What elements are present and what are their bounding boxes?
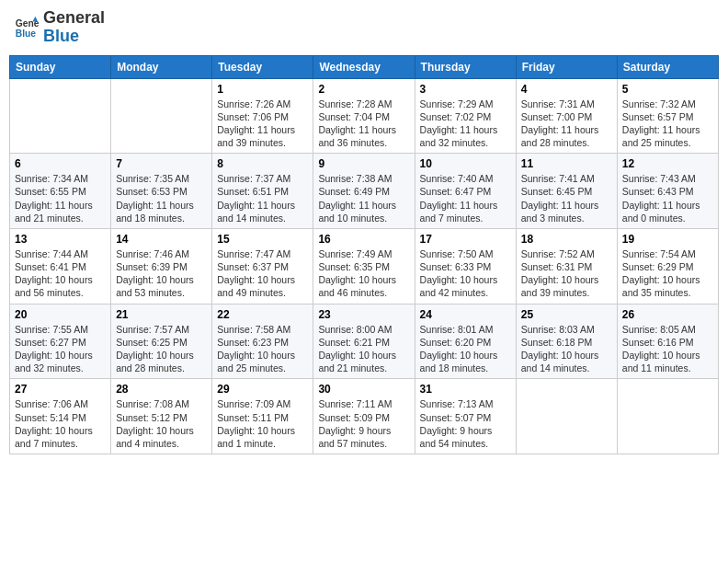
calendar-cell: 5Sunrise: 7:32 AMSunset: 6:57 PMDaylight… — [617, 78, 718, 154]
day-number: 2 — [318, 83, 409, 96]
day-number: 22 — [217, 308, 308, 321]
day-number: 31 — [420, 383, 511, 396]
day-number: 5 — [622, 83, 713, 96]
day-info: Sunrise: 7:34 AMSunset: 6:55 PMDaylight:… — [15, 172, 106, 224]
calendar-cell: 2Sunrise: 7:28 AMSunset: 7:04 PMDaylight… — [313, 78, 415, 154]
calendar-cell — [617, 379, 718, 454]
calendar-cell — [516, 379, 617, 454]
calendar-cell: 28Sunrise: 7:08 AMSunset: 5:12 PMDayligh… — [111, 379, 212, 454]
day-number: 26 — [622, 308, 713, 321]
calendar-cell: 7Sunrise: 7:35 AMSunset: 6:53 PMDaylight… — [111, 154, 212, 229]
day-number: 12 — [622, 157, 713, 170]
calendar-cell: 19Sunrise: 7:54 AMSunset: 6:29 PMDayligh… — [617, 228, 718, 304]
calendar-cell: 4Sunrise: 7:31 AMSunset: 7:00 PMDaylight… — [516, 78, 617, 154]
calendar-cell: 18Sunrise: 7:52 AMSunset: 6:31 PMDayligh… — [516, 228, 617, 304]
day-info: Sunrise: 7:11 AMSunset: 5:09 PMDaylight:… — [318, 397, 409, 450]
calendar-week-2: 6Sunrise: 7:34 AMSunset: 6:55 PMDaylight… — [10, 154, 719, 229]
calendar-cell: 16Sunrise: 7:49 AMSunset: 6:35 PMDayligh… — [313, 228, 415, 304]
day-info: Sunrise: 7:50 AMSunset: 6:33 PMDaylight:… — [420, 247, 511, 300]
day-info: Sunrise: 7:37 AMSunset: 6:51 PMDaylight:… — [217, 172, 308, 224]
day-info: Sunrise: 7:57 AMSunset: 6:25 PMDaylight:… — [116, 323, 207, 375]
day-header-thursday: Thursday — [415, 55, 516, 78]
day-number: 25 — [521, 308, 612, 321]
calendar-week-1: 1Sunrise: 7:26 AMSunset: 7:06 PMDaylight… — [10, 78, 719, 154]
calendar-cell: 17Sunrise: 7:50 AMSunset: 6:33 PMDayligh… — [415, 228, 516, 304]
calendar-cell: 30Sunrise: 7:11 AMSunset: 5:09 PMDayligh… — [313, 379, 415, 454]
calendar-week-4: 20Sunrise: 7:55 AMSunset: 6:27 PMDayligh… — [10, 304, 719, 379]
calendar-cell: 27Sunrise: 7:06 AMSunset: 5:14 PMDayligh… — [10, 379, 111, 454]
day-number: 4 — [521, 83, 612, 96]
day-number: 27 — [15, 383, 106, 396]
day-info: Sunrise: 8:03 AMSunset: 6:18 PMDaylight:… — [521, 323, 612, 375]
day-info: Sunrise: 7:46 AMSunset: 6:39 PMDaylight:… — [116, 247, 207, 300]
day-number: 29 — [217, 383, 308, 396]
calendar-cell: 31Sunrise: 7:13 AMSunset: 5:07 PMDayligh… — [415, 379, 516, 454]
day-info: Sunrise: 7:09 AMSunset: 5:11 PMDaylight:… — [217, 397, 308, 450]
calendar-cell: 1Sunrise: 7:26 AMSunset: 7:06 PMDaylight… — [212, 78, 313, 154]
calendar-cell: 25Sunrise: 8:03 AMSunset: 6:18 PMDayligh… — [516, 304, 617, 379]
day-number: 1 — [217, 83, 308, 96]
day-info: Sunrise: 7:38 AMSunset: 6:49 PMDaylight:… — [318, 172, 409, 224]
day-number: 30 — [318, 383, 409, 396]
calendar-cell: 24Sunrise: 8:01 AMSunset: 6:20 PMDayligh… — [415, 304, 516, 379]
calendar-cell: 21Sunrise: 7:57 AMSunset: 6:25 PMDayligh… — [111, 304, 212, 379]
day-number: 3 — [420, 83, 511, 96]
calendar-cell: 29Sunrise: 7:09 AMSunset: 5:11 PMDayligh… — [212, 379, 313, 454]
day-number: 28 — [116, 383, 207, 396]
day-number: 16 — [318, 233, 409, 246]
day-info: Sunrise: 8:00 AMSunset: 6:21 PMDaylight:… — [318, 323, 409, 375]
day-info: Sunrise: 7:28 AMSunset: 7:04 PMDaylight:… — [318, 98, 409, 150]
calendar-cell: 10Sunrise: 7:40 AMSunset: 6:47 PMDayligh… — [415, 154, 516, 229]
day-header-wednesday: Wednesday — [313, 55, 415, 78]
day-number: 17 — [420, 233, 511, 246]
day-info: Sunrise: 7:26 AMSunset: 7:06 PMDaylight:… — [217, 98, 308, 150]
svg-text:Blue: Blue — [16, 29, 37, 39]
day-info: Sunrise: 7:49 AMSunset: 6:35 PMDaylight:… — [318, 247, 409, 300]
day-number: 10 — [420, 157, 511, 170]
day-info: Sunrise: 7:32 AMSunset: 6:57 PMDaylight:… — [622, 98, 713, 150]
day-info: Sunrise: 7:13 AMSunset: 5:07 PMDaylight:… — [420, 397, 511, 450]
calendar-body: 1Sunrise: 7:26 AMSunset: 7:06 PMDaylight… — [10, 78, 719, 454]
day-info: Sunrise: 7:47 AMSunset: 6:37 PMDaylight:… — [217, 247, 308, 300]
calendar-cell: 8Sunrise: 7:37 AMSunset: 6:51 PMDaylight… — [212, 154, 313, 229]
day-number: 11 — [521, 157, 612, 170]
day-info: Sunrise: 8:05 AMSunset: 6:16 PMDaylight:… — [622, 323, 713, 375]
page-header: General Blue General Blue — [9, 9, 719, 46]
day-number: 13 — [15, 233, 106, 246]
calendar-week-5: 27Sunrise: 7:06 AMSunset: 5:14 PMDayligh… — [10, 379, 719, 454]
logo: General Blue General Blue — [14, 9, 105, 46]
calendar-cell: 12Sunrise: 7:43 AMSunset: 6:43 PMDayligh… — [617, 154, 718, 229]
day-header-tuesday: Tuesday — [212, 55, 313, 78]
calendar-cell: 6Sunrise: 7:34 AMSunset: 6:55 PMDaylight… — [10, 154, 111, 229]
day-number: 6 — [15, 157, 106, 170]
calendar-cell: 13Sunrise: 7:44 AMSunset: 6:41 PMDayligh… — [10, 228, 111, 304]
day-headers-row: SundayMondayTuesdayWednesdayThursdayFrid… — [10, 55, 719, 78]
day-number: 9 — [318, 157, 409, 170]
calendar-cell — [111, 78, 212, 154]
day-number: 18 — [521, 233, 612, 246]
day-number: 8 — [217, 157, 308, 170]
day-number: 14 — [116, 233, 207, 246]
day-info: Sunrise: 7:40 AMSunset: 6:47 PMDaylight:… — [420, 172, 511, 224]
calendar-table: SundayMondayTuesdayWednesdayThursdayFrid… — [9, 55, 719, 454]
calendar-header: SundayMondayTuesdayWednesdayThursdayFrid… — [10, 55, 719, 78]
day-info: Sunrise: 7:35 AMSunset: 6:53 PMDaylight:… — [116, 172, 207, 224]
day-info: Sunrise: 7:06 AMSunset: 5:14 PMDaylight:… — [15, 397, 106, 450]
calendar-week-3: 13Sunrise: 7:44 AMSunset: 6:41 PMDayligh… — [10, 228, 719, 304]
day-info: Sunrise: 7:54 AMSunset: 6:29 PMDaylight:… — [622, 247, 713, 300]
day-info: Sunrise: 7:08 AMSunset: 5:12 PMDaylight:… — [116, 397, 207, 450]
day-header-sunday: Sunday — [10, 55, 111, 78]
day-number: 20 — [15, 308, 106, 321]
calendar-cell: 23Sunrise: 8:00 AMSunset: 6:21 PMDayligh… — [313, 304, 415, 379]
logo-icon: General Blue — [14, 15, 40, 40]
day-info: Sunrise: 8:01 AMSunset: 6:20 PMDaylight:… — [420, 323, 511, 375]
day-number: 23 — [318, 308, 409, 321]
calendar-cell: 26Sunrise: 8:05 AMSunset: 6:16 PMDayligh… — [617, 304, 718, 379]
day-header-saturday: Saturday — [617, 55, 718, 78]
day-number: 24 — [420, 308, 511, 321]
day-header-monday: Monday — [111, 55, 212, 78]
day-info: Sunrise: 7:31 AMSunset: 7:00 PMDaylight:… — [521, 98, 612, 150]
calendar-cell: 3Sunrise: 7:29 AMSunset: 7:02 PMDaylight… — [415, 78, 516, 154]
day-number: 7 — [116, 157, 207, 170]
calendar-cell: 11Sunrise: 7:41 AMSunset: 6:45 PMDayligh… — [516, 154, 617, 229]
